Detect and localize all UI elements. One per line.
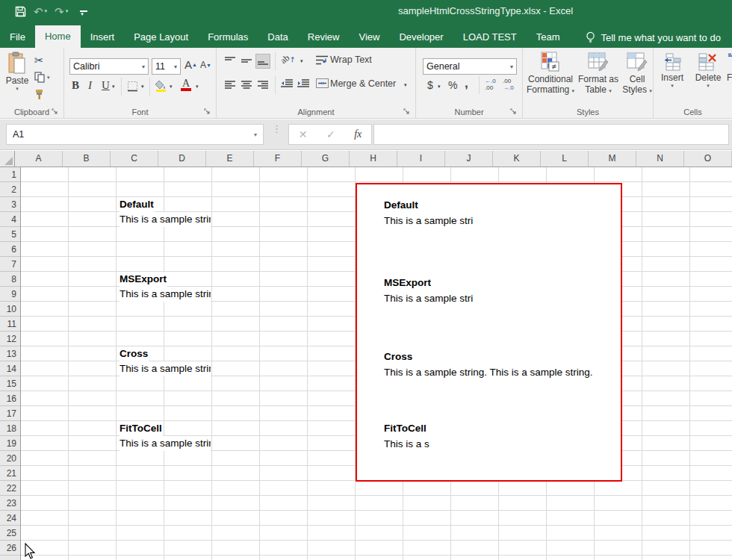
insert-function-icon[interactable]: fx — [354, 128, 362, 140]
number-dialog-launcher-icon[interactable] — [510, 108, 518, 116]
row-header-13[interactable]: 13 — [0, 346, 20, 361]
font-color-dropdown-icon[interactable]: ▾ — [196, 84, 199, 90]
borders-dropdown-icon[interactable]: ▾ — [141, 84, 144, 90]
tab-developer[interactable]: Developer — [389, 27, 453, 48]
merge-center-icon[interactable] — [316, 78, 329, 88]
column-header-f[interactable]: F — [254, 151, 302, 167]
number-format-select[interactable]: General▾ — [423, 58, 517, 75]
row-header-23[interactable]: 23 — [0, 496, 20, 511]
cell-styles-button[interactable]: Cell Styles ▾ — [621, 50, 653, 96]
format-cells-button[interactable]: Format — [727, 50, 732, 83]
bottom-align-icon[interactable] — [255, 54, 270, 69]
tab-page-layout[interactable]: Page Layout — [124, 27, 198, 48]
format-painter-icon[interactable] — [34, 89, 46, 100]
row-header-14[interactable]: 14 — [0, 361, 20, 376]
formula-bar-resizer[interactable]: ⋮ — [272, 126, 282, 131]
cell-c14[interactable]: This is a sample string. This is a sampl… — [120, 361, 211, 376]
row-header-12[interactable]: 12 — [0, 332, 20, 346]
bold-button[interactable]: B — [72, 79, 79, 92]
format-as-table-button[interactable]: Format as Table ▾ — [575, 50, 621, 96]
insert-cells-button[interactable]: Insert ▾ — [655, 50, 689, 89]
name-box[interactable]: A1 ▾ — [6, 124, 264, 145]
tab-review[interactable]: Review — [298, 27, 350, 48]
copy-icon[interactable]: ▾ — [34, 72, 50, 83]
column-header-n[interactable]: N — [636, 151, 684, 167]
insert-dropdown-icon[interactable]: ▾ — [655, 83, 689, 89]
clipboard-dialog-launcher-icon[interactable] — [52, 108, 59, 116]
column-header-k[interactable]: K — [493, 151, 541, 167]
wrap-text-label[interactable]: Wrap Text — [330, 55, 372, 65]
formula-input[interactable] — [373, 124, 729, 145]
delete-cells-button[interactable]: Delete ▾ — [691, 50, 725, 89]
tab-load-test[interactable]: LOAD TEST — [453, 27, 527, 48]
row-header-10[interactable]: 10 — [0, 302, 20, 317]
column-header-a[interactable]: A — [15, 151, 63, 167]
row-header-16[interactable]: 16 — [0, 391, 20, 406]
conditional-formatting-button[interactable]: ≠ Conditional Formatting ▾ — [526, 50, 575, 96]
italic-button[interactable]: I — [88, 79, 92, 92]
cell-c18[interactable]: FitToCell — [120, 421, 163, 436]
row-header-5[interactable]: 5 — [0, 227, 20, 242]
cut-icon[interactable]: ✂ — [34, 54, 44, 67]
enter-icon[interactable]: ✓ — [326, 128, 335, 140]
redo-button[interactable]: ↷▾ — [55, 6, 68, 17]
currency-button[interactable]: $ — [427, 79, 433, 91]
shrink-font-button[interactable]: A▼ — [200, 60, 211, 70]
percent-style-button[interactable]: % — [448, 79, 457, 91]
redo-dropdown-icon[interactable]: ▾ — [66, 8, 69, 14]
column-header-h[interactable]: H — [350, 151, 397, 167]
middle-align-icon[interactable] — [239, 54, 254, 69]
row-header-22[interactable]: 22 — [0, 481, 20, 496]
row-header-17[interactable]: 17 — [0, 406, 20, 421]
tab-insert[interactable]: Insert — [81, 27, 125, 48]
underline-button[interactable]: U — [102, 79, 110, 92]
row-header-26[interactable]: 26 — [0, 541, 20, 556]
cell-styles-dropdown-icon[interactable]: ▾ — [649, 88, 652, 93]
cell-c3[interactable]: Default — [120, 197, 155, 212]
font-name-select[interactable]: Calibri▾ — [69, 58, 149, 75]
row-header-6[interactable]: 6 — [0, 242, 20, 257]
column-header-c[interactable]: C — [111, 151, 158, 167]
increase-decimal-button[interactable]: ←.0 .00 — [485, 78, 496, 91]
tell-me-box[interactable]: Tell me what you want to do — [586, 27, 720, 48]
row-header-8[interactable]: 8 — [0, 272, 20, 287]
column-header-e[interactable]: E — [206, 151, 254, 167]
column-header-l[interactable]: L — [541, 151, 589, 167]
row-header-24[interactable]: 24 — [0, 511, 20, 526]
fill-color-icon[interactable] — [155, 80, 167, 92]
customize-qat-icon[interactable] — [80, 10, 87, 12]
orientation-dropdown-icon[interactable]: ▾ — [300, 58, 303, 64]
font-size-select[interactable]: 11▾ — [152, 58, 181, 75]
comma-style-button[interactable]: , — [465, 76, 468, 91]
increase-indent-icon[interactable] — [297, 79, 309, 88]
row-header-7[interactable]: 7 — [0, 257, 20, 272]
row-header-4[interactable]: 4 — [0, 212, 20, 227]
delete-dropdown-icon[interactable]: ▾ — [691, 83, 725, 89]
borders-icon[interactable] — [127, 81, 138, 92]
align-right-icon[interactable] — [255, 78, 270, 93]
decrease-decimal-button[interactable]: .00 →.0 — [503, 78, 514, 91]
format-as-table-dropdown-icon[interactable]: ▾ — [609, 88, 612, 93]
decrease-indent-icon[interactable] — [281, 79, 293, 88]
column-header-o[interactable]: O — [684, 151, 732, 167]
row-header-18[interactable]: 18 — [0, 421, 20, 436]
undo-dropdown-icon[interactable]: ▾ — [45, 8, 48, 14]
row-header-20[interactable]: 20 — [0, 451, 20, 466]
row-header-2[interactable]: 2 — [0, 182, 20, 197]
paste-button[interactable]: Paste ▾ — [3, 50, 31, 92]
undo-button[interactable]: ↶▾ — [34, 6, 47, 17]
column-header-i[interactable]: I — [397, 151, 445, 167]
tab-data[interactable]: Data — [258, 27, 297, 48]
column-header-b[interactable]: B — [63, 151, 111, 167]
row-header-25[interactable]: 25 — [0, 526, 20, 541]
cell-c13[interactable]: Cross — [120, 346, 149, 361]
merge-center-dropdown-icon[interactable]: ▾ — [404, 82, 407, 88]
row-header-9[interactable]: 9 — [0, 287, 20, 302]
row-header-21[interactable]: 21 — [0, 466, 20, 481]
tab-team[interactable]: Team — [527, 27, 570, 48]
copy-dropdown-icon[interactable]: ▾ — [47, 75, 50, 81]
cell-c19[interactable]: This is a sample string. This is a sampl… — [120, 436, 211, 451]
font-dialog-launcher-icon[interactable] — [204, 108, 211, 116]
row-header-19[interactable]: 19 — [0, 436, 20, 451]
save-icon[interactable] — [15, 6, 26, 17]
